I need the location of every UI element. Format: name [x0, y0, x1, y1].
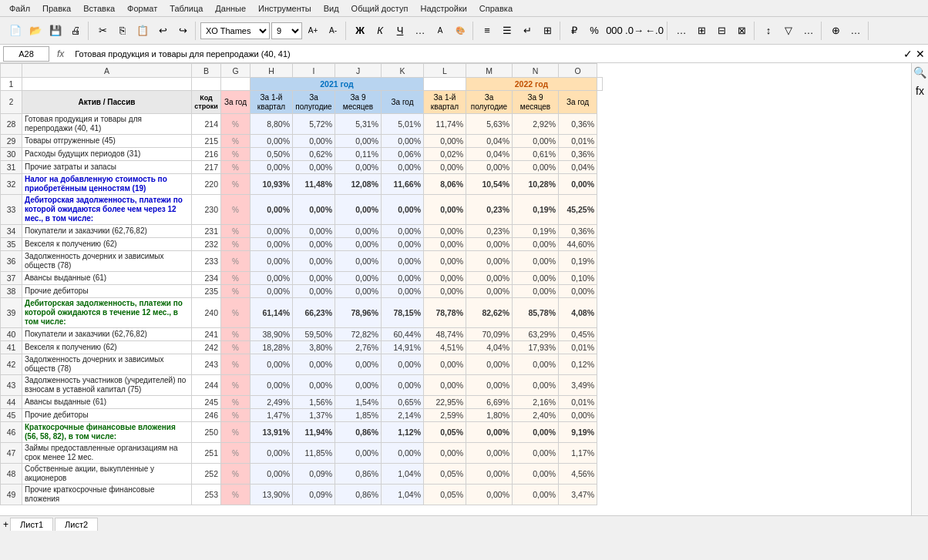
cell-a-36: Задолженность дочерних и зависимых общес…: [22, 251, 192, 272]
cell-code-38: 235: [192, 285, 221, 298]
new-btn[interactable]: 📄: [6, 22, 25, 40]
cell-code-46: 250: [192, 422, 221, 443]
cell-a-40: Покупатели и заказчики (62,76,82): [22, 328, 192, 341]
cell-orange-1-39: 82,62%: [466, 298, 513, 328]
cell-blue-3-35: 0,00%: [382, 238, 424, 251]
sheet-tabbar: + Лист1 Лист2: [0, 515, 928, 532]
formula-input[interactable]: Готовая продукция и товары для перепрода…: [72, 46, 900, 62]
print-btn[interactable]: 🖨: [66, 22, 85, 40]
menu-file[interactable]: Файл: [3, 2, 36, 15]
italic-btn[interactable]: К: [371, 22, 389, 40]
merge-btn[interactable]: ⊞: [538, 22, 556, 40]
row1-g: [221, 78, 250, 91]
currency-btn[interactable]: ₽: [565, 22, 583, 40]
cell-pct-46: %: [221, 422, 250, 443]
cell-orange-3-45: 0,00%: [559, 409, 597, 422]
menu-tools[interactable]: Инструменты: [252, 2, 318, 15]
col-header-l[interactable]: L: [424, 64, 466, 78]
cell-orange-0-33: 0,00%: [424, 195, 466, 225]
sheet-tab-1[interactable]: Лист1: [10, 518, 53, 531]
sheet-tab-2[interactable]: Лист2: [55, 518, 98, 531]
col-header-o[interactable]: O: [559, 64, 597, 78]
copy-btn[interactable]: ⎘: [113, 22, 132, 40]
menu-insert[interactable]: Вставка: [77, 2, 121, 15]
col-header-g[interactable]: G: [221, 64, 250, 78]
col-header-k[interactable]: K: [382, 64, 424, 78]
row-num-36: 36: [1, 251, 22, 272]
cut-btn[interactable]: ✂: [93, 22, 112, 40]
font-size-select[interactable]: 9: [271, 22, 302, 39]
filter-btn[interactable]: ▽: [779, 22, 798, 40]
font-increase-btn[interactable]: A+: [304, 22, 322, 40]
thousands-btn[interactable]: 000: [605, 22, 624, 40]
data-more-btn[interactable]: …: [799, 22, 818, 40]
undo-btn[interactable]: ↩: [153, 22, 172, 40]
col-header-a[interactable]: A: [22, 64, 192, 78]
col-header-i[interactable]: I: [293, 64, 335, 78]
col-header-b[interactable]: B: [192, 64, 221, 78]
cell-orange-0-44: 22,95%: [424, 396, 466, 409]
row-num-32: 32: [1, 174, 22, 195]
dec-increase-btn[interactable]: .0→: [625, 22, 644, 40]
delete-row-btn[interactable]: ⊟: [712, 22, 731, 40]
font-decrease-btn[interactable]: A-: [324, 22, 342, 40]
subh-m9-2021: За 9 месяцев: [335, 91, 382, 114]
cells-more-btn[interactable]: …: [672, 22, 691, 40]
cell-orange-3-32: 0,00%: [559, 174, 597, 195]
cell-blue-1-49: 0,09%: [293, 485, 335, 505]
align-center-btn[interactable]: ☰: [498, 22, 516, 40]
font-color-btn[interactable]: A: [431, 22, 449, 40]
right-panel: 🔍 fx: [911, 63, 928, 515]
cell-blue-3-44: 0,65%: [382, 396, 424, 409]
insert-row-btn[interactable]: ⊞: [692, 22, 711, 40]
format-cell-btn[interactable]: ⊠: [732, 22, 751, 40]
menu-view[interactable]: Вид: [318, 2, 345, 15]
cell-a-29: Товары отгруженные (45): [22, 135, 192, 148]
cell-blue-1-34: 0,00%: [293, 225, 335, 238]
menu-share[interactable]: Общий доступ: [345, 2, 415, 15]
cell-code-49: 253: [192, 485, 221, 505]
more-font-btn[interactable]: …: [411, 22, 429, 40]
col-header-h[interactable]: H: [250, 64, 293, 78]
col-header-m[interactable]: M: [466, 64, 513, 78]
cell-reference[interactable]: [3, 46, 49, 62]
insert-more-btn[interactable]: ⊕: [826, 22, 845, 40]
save-btn[interactable]: 💾: [46, 22, 65, 40]
menu-data[interactable]: Данные: [209, 2, 252, 15]
menu-help[interactable]: Справка: [473, 2, 519, 15]
row-num-48: 48: [1, 464, 22, 485]
cell-pct-40: %: [221, 328, 250, 341]
col-header-j[interactable]: J: [335, 64, 382, 78]
open-btn[interactable]: 📂: [26, 22, 45, 40]
cell-blue-2-32: 12,08%: [335, 174, 382, 195]
table-row: 47Займы предоставленные организациям на …: [1, 443, 603, 464]
percent-btn[interactable]: %: [585, 22, 604, 40]
sort-btn[interactable]: ↕: [759, 22, 778, 40]
dec-decrease-btn[interactable]: ←.0: [645, 22, 664, 40]
fill-color-btn[interactable]: 🎨: [451, 22, 469, 40]
bold-btn[interactable]: Ж: [351, 22, 369, 40]
menu-table[interactable]: Таблица: [163, 2, 209, 15]
redo-btn[interactable]: ↪: [173, 22, 192, 40]
insert-extra-btn[interactable]: …: [846, 22, 865, 40]
fx-icon[interactable]: fx: [916, 85, 924, 97]
align-left-btn[interactable]: ≡: [478, 22, 496, 40]
spreadsheet[interactable]: A B G H I J K L M N O 1: [0, 63, 911, 515]
menu-format[interactable]: Формат: [121, 2, 163, 15]
font-select[interactable]: XO Thames: [200, 22, 270, 39]
paste-btn[interactable]: 📋: [133, 22, 152, 40]
menu-addins[interactable]: Надстройки: [414, 2, 472, 15]
cell-blue-0-44: 2,49%: [250, 396, 293, 409]
wrap-btn[interactable]: ↵: [518, 22, 536, 40]
add-sheet-btn[interactable]: +: [3, 519, 8, 530]
formula-cancel-btn[interactable]: ✕: [916, 48, 925, 60]
underline-btn[interactable]: Ч: [391, 22, 409, 40]
menu-edit[interactable]: Правка: [36, 2, 77, 15]
formula-confirm-btn[interactable]: ✓: [903, 48, 913, 60]
col-header-n[interactable]: N: [513, 64, 559, 78]
row-num-28: 28: [1, 114, 22, 135]
cell-blue-0-36: 0,00%: [250, 251, 293, 272]
cell-pct-39: %: [221, 298, 250, 328]
cell-a-37: Авансы выданные (61): [22, 272, 192, 285]
search-icon[interactable]: 🔍: [913, 66, 926, 79]
